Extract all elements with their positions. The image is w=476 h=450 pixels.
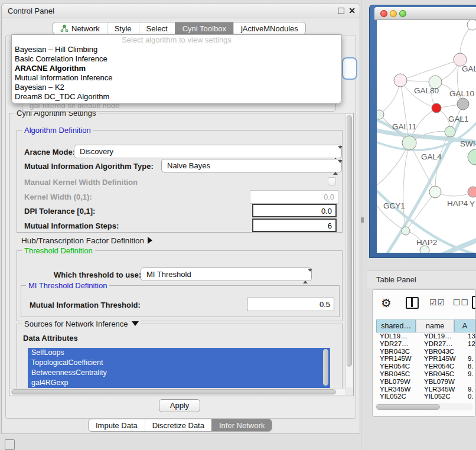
algorithm-option[interactable]: Mutual Information Inference bbox=[12, 73, 341, 83]
collapsed-arrow-icon bbox=[148, 237, 152, 244]
control-panel-window: Control Panel ✕ Network Style Select Cyn… bbox=[1, 4, 360, 434]
network-node-label: GAL10 bbox=[449, 89, 474, 98]
tab-infer-network[interactable]: Infer Network bbox=[211, 419, 272, 431]
algorithm-option[interactable]: Basic Correlation Inference bbox=[12, 54, 341, 64]
data-attribute-item[interactable]: gal4RGexp bbox=[28, 378, 330, 388]
table-row[interactable]: YDL19…YDL19…13 bbox=[376, 332, 475, 340]
minimize-window-icon[interactable] bbox=[390, 10, 397, 17]
table-panel-title: Table Panel bbox=[376, 275, 416, 284]
network-node-gal1[interactable] bbox=[432, 103, 441, 113]
close-window-icon[interactable] bbox=[380, 10, 387, 17]
table-row[interactable]: YBR045CYBR045C9. bbox=[376, 370, 475, 378]
table-row[interactable]: YDR27…YDR27…12 bbox=[376, 340, 475, 348]
stepper-arrows-icon bbox=[333, 161, 338, 174]
network-node-label: GAL11 bbox=[392, 122, 416, 131]
which-threshold-label: Which threshold to use: bbox=[54, 270, 141, 279]
tab-select[interactable]: Select bbox=[139, 22, 175, 34]
network-node-swi4[interactable] bbox=[445, 126, 455, 137]
which-threshold-combo[interactable]: MI Threshold bbox=[141, 268, 312, 281]
sources-group: Sources for Network Inference Data Attri… bbox=[17, 324, 343, 394]
attribute-list-scrollbar[interactable] bbox=[323, 349, 328, 386]
network-node-label: GCY1 bbox=[383, 201, 405, 210]
divider-drag-handle[interactable] bbox=[361, 217, 364, 223]
network-node[interactable] bbox=[467, 20, 476, 30]
network-canvas[interactable]: GALGAL80GAL10GAL1GAL11SWI4GAL4GCY1HAP4YH… bbox=[377, 20, 476, 253]
settings-vertical-scrollbar[interactable] bbox=[345, 114, 353, 387]
algorithm-option[interactable]: ARACNE Algorithm bbox=[12, 64, 341, 73]
cyni-bottom-tabbar: Impute Data Discretize Data Infer Networ… bbox=[88, 419, 272, 432]
algorithm-definition-group: Algorithm Definition Aracne Mode: Discov… bbox=[17, 130, 343, 233]
float-panel-icon[interactable] bbox=[338, 8, 344, 14]
network-edge[interactable] bbox=[400, 60, 460, 80]
apply-button[interactable]: Apply bbox=[159, 399, 200, 412]
network-edge[interactable] bbox=[377, 115, 379, 192]
algorithm-option[interactable]: Bayesian – Hill Climbing bbox=[12, 45, 341, 54]
close-panel-icon[interactable]: ✕ bbox=[348, 6, 356, 15]
network-view-window: GALGAL80GAL10GAL1GAL11SWI4GAL4GCY1HAP4YH… bbox=[369, 5, 476, 258]
checked-boxes-icon[interactable]: ☑☑ bbox=[429, 298, 445, 307]
dpi-tolerance-label: DPI Tolerance [0,1]: bbox=[24, 207, 95, 216]
gear-icon[interactable]: ⚙ bbox=[381, 296, 392, 310]
algorithm-dropdown-popup: Select algorithm to view settings Bayesi… bbox=[11, 34, 342, 104]
columns-icon[interactable] bbox=[406, 297, 419, 309]
zoom-window-icon[interactable] bbox=[399, 10, 406, 17]
data-attribute-item[interactable]: SelfLoops bbox=[28, 348, 330, 358]
column-header-shared[interactable]: shared… bbox=[376, 319, 416, 332]
tab-network-label: Network bbox=[71, 24, 100, 33]
network-node-label: HAP4 bbox=[447, 199, 468, 208]
data-attribute-item[interactable]: TopologicalCoefficient bbox=[28, 358, 330, 368]
table-row[interactable]: YIL052CYIL052C0. bbox=[376, 393, 475, 399]
minimized-panel-icon[interactable] bbox=[5, 439, 15, 450]
network-node-label: Y bbox=[470, 200, 475, 208]
network-node-gal80[interactable] bbox=[394, 74, 407, 87]
stepper-arrows-icon bbox=[333, 147, 338, 159]
unchecked-boxes-icon[interactable]: ☐☐ bbox=[453, 298, 469, 307]
data-attributes-list[interactable]: SelfLoopsTopologicalCoefficientBetweenne… bbox=[28, 348, 330, 389]
network-node[interactable] bbox=[457, 98, 469, 110]
network-node[interactable] bbox=[468, 149, 476, 165]
table-toolbar: ⚙ ☑☑ ☐☐ bbox=[373, 290, 475, 317]
mi-steps-field[interactable]: 6 bbox=[252, 219, 337, 232]
tab-cyni-toolbox[interactable]: Cyni Toolbox bbox=[175, 22, 233, 34]
control-panel-titlebar: Control Panel ✕ bbox=[2, 4, 360, 18]
tab-network[interactable]: Network bbox=[53, 22, 107, 34]
column-header-name[interactable]: name bbox=[416, 319, 454, 332]
mi-threshold-field[interactable]: 0.5 bbox=[247, 298, 334, 311]
table-row[interactable]: YPR145WYPR145W9. bbox=[376, 355, 475, 363]
tab-jactivemnodules[interactable]: jActiveMNodules bbox=[233, 22, 305, 34]
manual-kernel-checkbox[interactable] bbox=[328, 177, 336, 185]
network-node-hap4[interactable] bbox=[429, 186, 441, 198]
algorithm-dropdown-placeholder: Select algorithm to view settings bbox=[12, 35, 341, 45]
network-node-label: GAL bbox=[462, 64, 476, 73]
table-row[interactable]: YBR043CYBR043C bbox=[376, 348, 475, 356]
cyni-algorithm-settings-panel: Cyni Algorithm Settings Algorithm Defini… bbox=[9, 113, 354, 396]
network-node-y[interactable] bbox=[468, 187, 476, 197]
column-header-partial[interactable]: A bbox=[454, 319, 475, 332]
hub-section-toggle[interactable]: Hub/Transcription Factor Definition bbox=[21, 236, 152, 245]
settings-horizontal-scrollbar[interactable] bbox=[10, 388, 345, 395]
document-icon[interactable] bbox=[472, 296, 476, 309]
threshold-definition-title: Threshold Definition bbox=[22, 246, 95, 255]
tab-discretize-data[interactable]: Discretize Data bbox=[145, 419, 211, 431]
algorithm-option[interactable]: Bayesian – K2 bbox=[12, 83, 341, 92]
table-horizontal-scrollbar[interactable] bbox=[375, 403, 473, 410]
tab-impute-data[interactable]: Impute Data bbox=[89, 419, 145, 431]
panel-divider bbox=[361, 0, 361, 450]
table-row[interactable]: YBL079WYBL079W bbox=[376, 378, 475, 386]
network-window-titlebar[interactable] bbox=[374, 7, 476, 20]
mi-threshold-group: MI Threshold Definition Mutual Informati… bbox=[21, 285, 340, 317]
aracne-mode-combo[interactable]: Discovery bbox=[74, 145, 342, 158]
table-row[interactable]: YLR345WYLR345W9. bbox=[376, 386, 475, 393]
algorithm-combo-focus-fragment[interactable] bbox=[342, 57, 357, 80]
table-row[interactable]: YER054CYER054C8. bbox=[376, 363, 475, 370]
table-rows: YDL19…YDL19…13YDR27…YDR27…12YBR043CYBR04… bbox=[376, 332, 475, 399]
network-node-hap2[interactable] bbox=[402, 227, 410, 235]
network-node-gal4[interactable] bbox=[402, 136, 416, 150]
data-attribute-item[interactable]: BetweennessCentrality bbox=[28, 368, 330, 378]
network-node-gal11[interactable] bbox=[377, 110, 384, 119]
tab-style[interactable]: Style bbox=[107, 22, 139, 34]
algorithm-option[interactable]: Dream8 DC_TDC Algorithm bbox=[12, 92, 341, 102]
expanded-arrow-icon bbox=[132, 321, 139, 326]
mi-type-combo[interactable]: Naive Bayes bbox=[161, 159, 342, 172]
dpi-tolerance-field[interactable]: 0.0 bbox=[252, 204, 337, 217]
